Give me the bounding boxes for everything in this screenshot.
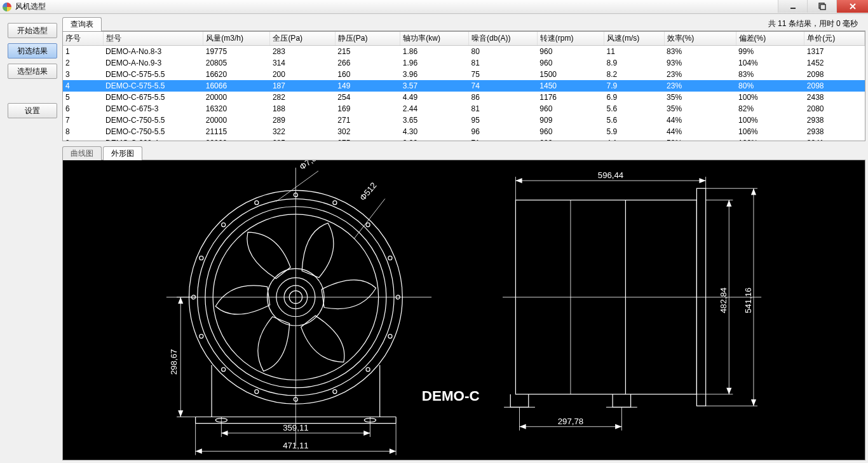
maximize-button[interactable] xyxy=(807,0,836,13)
tab-curve[interactable]: 曲线图 xyxy=(62,146,102,160)
svg-point-18 xyxy=(200,256,203,259)
table-row[interactable]: 1DEMO-A-No.8-3197752832151.86809601183%9… xyxy=(63,46,865,58)
dim-top-len: 596,44 xyxy=(598,170,623,180)
col-header[interactable]: 静压(Pa) xyxy=(335,32,400,46)
table-row[interactable]: 6DEMO-C-675-3163201881692.44819605.635%8… xyxy=(63,103,865,114)
svg-point-11 xyxy=(366,368,370,371)
app-icon xyxy=(3,3,11,11)
svg-point-19 xyxy=(222,223,226,226)
svg-marker-47 xyxy=(221,431,227,436)
preliminary-results-button[interactable]: 初选结果 xyxy=(8,43,57,59)
svg-marker-80 xyxy=(615,424,621,429)
window-title: 风机选型 xyxy=(15,1,46,12)
svg-rect-2 xyxy=(820,4,825,10)
tab-outline[interactable]: 外形图 xyxy=(103,146,142,160)
svg-point-16 xyxy=(200,335,203,338)
table-row[interactable]: 4DEMO-C-575-5.5160661871493.577414507.92… xyxy=(63,80,865,92)
table-row[interactable]: 5DEMO-C-675-5.5200002822544.498611766.93… xyxy=(63,92,865,103)
dim-base-outer: 471,11 xyxy=(283,441,308,450)
svg-marker-75 xyxy=(751,399,756,406)
minimize-button[interactable] xyxy=(778,0,807,13)
col-header[interactable]: 全压(Pa) xyxy=(270,32,335,46)
svg-marker-69 xyxy=(726,200,731,206)
settings-button[interactable]: 设置 xyxy=(8,103,57,118)
window-buttons xyxy=(778,0,868,13)
svg-point-12 xyxy=(333,390,337,394)
svg-point-20 xyxy=(255,200,259,204)
svg-marker-65 xyxy=(699,178,705,183)
table-row[interactable]: 8DEMO-C-750-5.5211153223024.30969605.944… xyxy=(63,126,865,137)
svg-line-37 xyxy=(276,171,318,202)
lower-tabbar: 曲线图 外形图 xyxy=(62,146,865,160)
col-header[interactable]: 序号 xyxy=(63,32,103,46)
col-header[interactable]: 转速(rpm) xyxy=(537,32,604,46)
svg-marker-74 xyxy=(751,188,756,195)
svg-marker-48 xyxy=(363,431,370,436)
final-results-button[interactable]: 选型结果 xyxy=(8,64,57,79)
col-header[interactable]: 偏差(%) xyxy=(736,32,804,46)
table-row[interactable]: 7DEMO-C-750-5.5200002892713.65959095.644… xyxy=(63,114,865,126)
col-header[interactable]: 轴功率(kw) xyxy=(400,32,469,46)
col-header[interactable]: 型号 xyxy=(103,32,203,46)
dim-phi1: Φ7,82 xyxy=(298,160,322,172)
upper-tabbar: 查询表 共 11 条结果，用时 0 毫秒 xyxy=(62,17,865,31)
svg-point-10 xyxy=(388,335,392,338)
svg-marker-52 xyxy=(196,448,202,453)
svg-marker-70 xyxy=(726,388,731,394)
svg-marker-42 xyxy=(178,297,183,303)
result-status: 共 11 条结果，用时 0 毫秒 xyxy=(768,17,865,31)
table-row[interactable]: 3DEMO-C-575-5.5166202001603.967515008.22… xyxy=(63,69,865,80)
svg-point-22 xyxy=(333,200,337,204)
sidebar: 开始选型 初选结果 选型结果 设置 xyxy=(3,17,62,460)
dim-height-left: 298,67 xyxy=(169,349,179,375)
tab-query[interactable]: 查询表 xyxy=(62,17,102,31)
svg-point-15 xyxy=(222,368,226,371)
start-selection-button[interactable]: 开始选型 xyxy=(8,23,57,38)
svg-point-23 xyxy=(366,223,370,226)
dim-side-base: 297,78 xyxy=(558,417,583,426)
model-label: DEMO-C xyxy=(422,388,480,404)
col-header[interactable]: 单价(元) xyxy=(804,32,865,46)
results-table-container: 序号型号风量(m3/h)全压(Pa)静压(Pa)轴功率(kw)噪音(db(A))… xyxy=(62,31,865,141)
col-header[interactable]: 风速(m/s) xyxy=(604,32,664,46)
svg-point-24 xyxy=(388,256,392,259)
titlebar: 风机选型 xyxy=(0,0,868,14)
svg-marker-79 xyxy=(520,424,526,429)
svg-marker-43 xyxy=(178,410,183,417)
col-header[interactable]: 噪音(db(A)) xyxy=(469,32,538,46)
svg-marker-64 xyxy=(515,178,522,183)
svg-marker-53 xyxy=(390,448,396,453)
table-scroll[interactable]: 序号型号风量(m3/h)全压(Pa)静压(Pa)轴功率(kw)噪音(db(A))… xyxy=(63,32,865,141)
table-row[interactable]: 2DEMO-A-No.9-3208053142661.96819608.993%… xyxy=(63,57,865,69)
drawing-canvas: Φ7,82 Φ512 298,67 xyxy=(62,160,865,460)
dim-phi2: Φ512 xyxy=(358,181,378,203)
dim-side-h1: 482,84 xyxy=(719,287,728,313)
dim-base-inner: 359,11 xyxy=(283,423,308,432)
close-button[interactable] xyxy=(836,0,868,13)
svg-line-38 xyxy=(354,198,385,238)
table-row[interactable]: 9DEMO-C-900-4200002852752.99716204.153%1… xyxy=(63,137,865,141)
col-header[interactable]: 效率(%) xyxy=(664,32,736,46)
col-header[interactable]: 风量(m3/h) xyxy=(203,32,270,46)
svg-point-14 xyxy=(255,390,259,394)
results-table[interactable]: 序号型号风量(m3/h)全压(Pa)静压(Pa)轴功率(kw)噪音(db(A))… xyxy=(63,32,865,141)
dim-side-h2: 541,16 xyxy=(743,287,753,313)
